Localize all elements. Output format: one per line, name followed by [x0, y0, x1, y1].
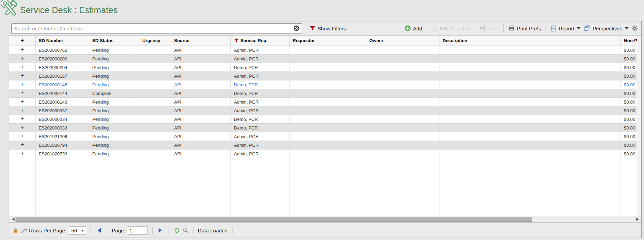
expand-icon[interactable]: +	[9, 141, 36, 149]
show-filters-button[interactable]: Show Filters	[308, 26, 348, 31]
expand-icon[interactable]: +	[9, 63, 36, 71]
expand-icon[interactable]: +	[9, 80, 36, 89]
grid-row[interactable]: +ES202000145PendingAPIDemo, PCR$0.00	[9, 80, 637, 89]
page-input[interactable]	[128, 227, 148, 234]
cell-sd_number: ES202000204	[36, 63, 89, 71]
cell-urgency	[132, 141, 171, 149]
column-header-source[interactable]: Source	[171, 36, 231, 46]
cell-non_project: $0.00	[621, 46, 637, 54]
grid-row[interactable]: +ES202000144CompleteAPIDemo, PCR$0.00	[9, 89, 637, 98]
cell-service_rep: Demo, PCR	[231, 63, 290, 71]
column-header-urgency[interactable]: Urgency	[132, 36, 171, 46]
rows-per-page-label: Rows Per Page:	[29, 228, 66, 233]
cell-service_rep: Admin, PCR	[231, 98, 290, 106]
expand-icon[interactable]: +	[9, 115, 36, 123]
grid-row[interactable]: +ES202000762PendingAPIAdmin, PCR$0.00	[9, 46, 637, 55]
search-input[interactable]	[11, 23, 302, 33]
cell-description	[439, 89, 621, 97]
settings-button[interactable]	[630, 25, 639, 31]
add-button[interactable]: Add	[403, 25, 424, 31]
gear-icon	[632, 25, 638, 31]
column-header-sd_status[interactable]: SD Status	[89, 36, 132, 46]
cell-sd_number: ES201921206	[36, 132, 89, 141]
column-header-non_project[interactable]: Non-P	[621, 36, 637, 46]
grid-row[interactable]: +ES201820794PendingAPIAdmin, PCR$0.00	[9, 141, 637, 150]
cell-source: API	[171, 98, 231, 106]
caret-down-icon	[625, 27, 628, 31]
grid-body: +ES202000762PendingAPIAdmin, PCR$0.00+ES…	[9, 46, 637, 158]
scroll-left-button[interactable]	[10, 216, 15, 222]
cell-requestor	[290, 132, 366, 141]
prev-page-button[interactable]	[95, 227, 102, 234]
cell-sd_number: ES201820794	[36, 141, 89, 149]
wrench-icon[interactable]	[21, 228, 27, 233]
toolbar-separator	[475, 24, 475, 32]
cell-source: API	[171, 106, 231, 115]
column-header-requestor[interactable]: Requestor	[290, 36, 366, 46]
column-header-sd_number[interactable]: SD Number	[36, 36, 89, 46]
refresh-button[interactable]	[173, 227, 180, 234]
grid-row[interactable]: +ES202000143PendingAPIAdmin, PCR$0.00	[9, 98, 637, 106]
cell-sd_status: Pending	[89, 132, 132, 141]
grid-row[interactable]: +ES202000209PendingAPIAdmin, PCR$0.00	[9, 55, 637, 63]
column-header-description[interactable]: Description	[439, 36, 621, 46]
expand-icon[interactable]: +	[9, 124, 36, 132]
horizontal-scrollbar-thumb[interactable]	[16, 217, 532, 222]
cell-description	[439, 80, 621, 89]
cell-urgency	[132, 46, 171, 54]
expand-icon[interactable]: +	[9, 46, 36, 54]
scroll-left-icon	[10, 218, 15, 221]
cell-non_project: $0.00	[621, 63, 637, 71]
column-header-expand[interactable]: +	[9, 36, 36, 46]
cell-service_rep: Demo, PCR	[231, 115, 290, 123]
cell-sd_status: Pending	[89, 72, 132, 80]
vertical-scrollbar[interactable]	[637, 36, 641, 216]
lock-icon[interactable]	[13, 228, 18, 233]
cell-non_project: $0.00	[621, 115, 637, 123]
horizontal-scrollbar[interactable]	[9, 216, 641, 223]
cell-non_project: $0.00	[621, 106, 637, 115]
clear-search-icon[interactable]	[293, 25, 300, 31]
grid-row[interactable]: +ES202000034PendingAPIDemo, PCR$0.00	[9, 115, 637, 124]
column-header-service_rep[interactable]: Service Rep.	[231, 36, 290, 46]
quick-search-button[interactable]	[182, 227, 189, 233]
footer-separator	[152, 227, 153, 234]
rows-per-page-select[interactable]: 50	[69, 227, 86, 234]
cell-service_rep: Demo, PCR	[231, 124, 290, 132]
print-prefs-button[interactable]: Print Prefs	[506, 25, 543, 31]
column-header-owner[interactable]: Owner	[366, 36, 439, 46]
expand-icon[interactable]: +	[9, 55, 36, 63]
scroll-right-icon	[636, 218, 641, 221]
expand-icon[interactable]: +	[9, 106, 36, 115]
app-header: Service Desk : Estimates	[0, 0, 644, 21]
cell-description	[439, 115, 621, 123]
grid-row[interactable]: +ES202000037PendingAPIAdmin, PCR$0.00	[9, 106, 637, 115]
cell-owner	[366, 63, 439, 71]
grid-row[interactable]: +ES202000204PendingAPIDemo, PCR$0.00	[9, 63, 637, 72]
expand-icon[interactable]: +	[9, 72, 36, 80]
next-page-button[interactable]	[157, 227, 164, 234]
toolbar-separator	[503, 24, 504, 32]
grid-row[interactable]: +ES202000167PendingAPIAdmin, PCR$0.00	[9, 72, 637, 80]
expand-icon[interactable]: +	[9, 98, 36, 106]
printer-icon	[508, 25, 515, 31]
cell-sd_status: Pending	[89, 46, 132, 54]
print-button[interactable]: Print	[478, 25, 501, 31]
grid-row[interactable]: +ES201921206PendingAPIAdmin, PCR$0.00	[9, 132, 637, 141]
expand-icon[interactable]: +	[9, 150, 36, 158]
expand-icon[interactable]: +	[9, 89, 36, 97]
cell-description	[439, 106, 621, 115]
cell-sd_status: Pending	[89, 141, 132, 149]
cell-description	[439, 72, 621, 80]
expand-icon[interactable]: +	[9, 132, 36, 141]
scroll-right-button[interactable]	[636, 216, 641, 222]
perspectives-button[interactable]: Perspectives	[582, 25, 630, 31]
grid-row[interactable]: +ES202000033PendingAPIDemo, PCR$0.00	[9, 124, 637, 132]
grid-row[interactable]: +ES201820793PendingAPIAdmin, PCR$0.00	[9, 150, 637, 158]
cell-non_project: $0.00	[621, 124, 637, 132]
cell-owner	[366, 132, 439, 141]
print-icon	[480, 25, 486, 31]
cell-service_rep: Admin, PCR	[231, 46, 290, 54]
edit-selected-button[interactable]: Edit Selected	[430, 25, 472, 31]
report-button[interactable]: Report	[549, 25, 582, 32]
